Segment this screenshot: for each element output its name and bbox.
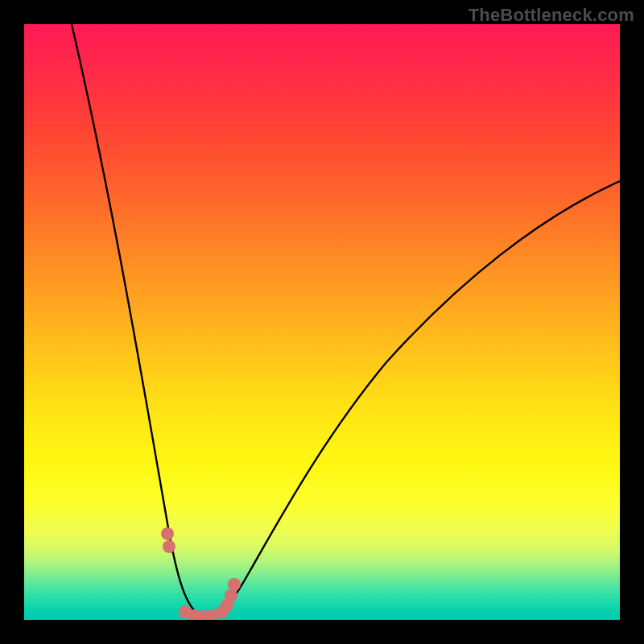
marker-dot [228, 578, 241, 591]
marker-dot [163, 540, 175, 553]
watermark-text: TheBottleneck.com [469, 5, 634, 26]
marker-dot [161, 527, 174, 540]
plot-area [24, 24, 620, 620]
bottleneck-curve-path [72, 24, 620, 617]
marker-dot [225, 589, 237, 602]
marker-dots-group [161, 527, 241, 620]
chart-svg [24, 24, 620, 620]
chart-frame: TheBottleneck.com [0, 0, 644, 644]
